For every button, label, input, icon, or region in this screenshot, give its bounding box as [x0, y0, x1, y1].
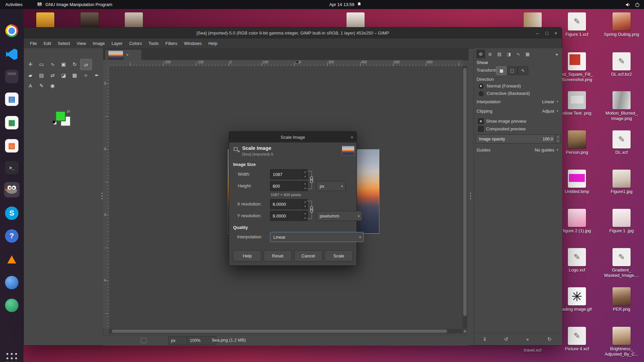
eraser-tool[interactable]: ◪ [58, 70, 69, 80]
dock-item-skype[interactable]: S [4, 205, 19, 221]
show-image-preview-checkbox[interactable]: × [478, 118, 484, 124]
show-applications-button[interactable] [4, 351, 19, 362]
horizontal-scrollbar[interactable] [109, 329, 463, 334]
y-resolution-input[interactable]: 6.0000 ▴▾ [270, 211, 308, 221]
move-tool[interactable]: ✛ [25, 59, 36, 69]
rotate-tool[interactable]: ↻ [69, 59, 80, 69]
window-titlebar[interactable]: [Sea] (imported)-5.0 (RGB color 8-bit ga… [24, 27, 562, 39]
gradient-tool[interactable]: ▤ [36, 70, 47, 80]
menu-colors[interactable]: Colors [126, 39, 145, 48]
dock-item-chrome[interactable] [4, 23, 19, 39]
right-dock-splitter[interactable] [469, 192, 472, 201]
left-dock-splitter[interactable] [101, 192, 103, 201]
flip-tool[interactable]: ⇄ [47, 70, 58, 80]
activities-button[interactable]: Activities [1, 0, 26, 9]
menu-select[interactable]: Select [54, 39, 73, 48]
height-input[interactable]: 600 ▴▾ [270, 181, 308, 191]
desktop-icon[interactable]: Figure1.jpg [601, 170, 642, 194]
dock-item-impress[interactable]: ▧ [4, 138, 19, 154]
dock-item-terminal[interactable]: >_ [4, 160, 19, 175]
x-resolution-input[interactable]: 6.0000 ▴▾ [270, 199, 308, 209]
power-icon[interactable] [635, 0, 640, 9]
menu-layer[interactable]: Layer [108, 39, 126, 48]
help-button[interactable]: Help [233, 250, 261, 261]
menu-windows[interactable]: Windows [180, 39, 205, 48]
desktop-icon[interactable]: Untitled.bmp [557, 170, 597, 194]
scale-button[interactable]: Scale [325, 250, 353, 261]
default-colors-icon[interactable] [53, 121, 55, 123]
dock-item-vlc[interactable] [4, 252, 19, 267]
menu-file[interactable]: File [26, 39, 40, 48]
save-tool-preset-icon[interactable]: ⇓ [480, 335, 489, 343]
menu-help[interactable]: Help [205, 39, 221, 48]
desktop-icon[interactable]: travel.xcf [513, 346, 553, 353]
tab-device-status[interactable]: ≣ [486, 50, 494, 58]
crop-tool[interactable]: ▣ [58, 59, 69, 69]
dock-item-vscode[interactable] [4, 47, 19, 62]
desktop-icon[interactable]: ✎Gradient_ Masked_Image.... [601, 248, 642, 278]
dock-item-calc[interactable]: ▦ [4, 115, 19, 130]
scrollbar-thumb[interactable] [112, 329, 447, 333]
image-opacity-slider[interactable]: Image opacity 100.0 ▴▾ [476, 134, 561, 143]
minimize-button[interactable]: – [533, 29, 542, 37]
close-button[interactable]: × [551, 29, 560, 37]
maximize-button[interactable]: □ [542, 29, 551, 37]
opacity-spinner[interactable]: ▴▾ [555, 135, 560, 143]
restore-tool-preset-icon[interactable]: ↺ [501, 335, 511, 343]
zoom-tool[interactable]: ◉ [47, 80, 58, 91]
shear-tool[interactable]: ▱ [80, 59, 92, 70]
tab-layers[interactable]: ▤ [495, 50, 504, 58]
menu-image[interactable]: Image [89, 39, 108, 48]
desktop-icon[interactable]: figure 2 (1).jpg [557, 209, 597, 234]
menu-tools[interactable]: Tools [145, 39, 162, 48]
width-input[interactable]: 1087 ▴▾ [270, 169, 308, 179]
tab-tool-options[interactable]: ⚙ [476, 50, 485, 58]
reset-button[interactable]: Reset [264, 250, 292, 261]
vertical-scrollbar[interactable] [463, 66, 467, 329]
dock-menu-icon[interactable]: ◂ [553, 50, 559, 58]
tab-close-icon[interactable]: × [126, 53, 128, 57]
direction-normal-radio[interactable] [479, 84, 484, 89]
dock-item-browser[interactable] [4, 275, 19, 290]
focused-app-menu[interactable]: GNU Image Manipulation Program [33, 0, 116, 9]
link-resolution-icon[interactable] [310, 206, 314, 213]
cancel-button[interactable]: Cancel [294, 250, 322, 261]
dock-item-files[interactable] [4, 69, 19, 84]
link-width-height-icon[interactable] [310, 176, 314, 183]
tab-paths[interactable]: ∿ [514, 50, 523, 58]
desktop-icon[interactable]: ed_Square_Fill_ Screenshot.png [557, 52, 597, 82]
desktop-icon[interactable]: Brightness_ Adjusted_By_C... [601, 327, 642, 357]
transform-path-button[interactable]: ✎ [518, 66, 528, 75]
menu-edit[interactable]: Edit [40, 39, 54, 48]
resolution-unit-select[interactable]: pixels/mm [316, 211, 362, 221]
composited-preview-checkbox[interactable]: × [478, 126, 484, 132]
navigation-button[interactable]: ✛ [463, 329, 467, 334]
clone-tool[interactable]: ▦ [69, 70, 80, 80]
desktop-icon[interactable]: ading image.gif [557, 287, 597, 312]
desktop-icon-partial[interactable] [524, 12, 542, 27]
desktop-icon-partial[interactable] [346, 12, 365, 27]
desktop-icon-partial[interactable] [125, 12, 143, 27]
smudge-tool[interactable]: ≈ [80, 70, 91, 80]
dock-item-help[interactable]: ? [4, 228, 19, 244]
scrollbar-thumb[interactable] [463, 68, 467, 316]
tab-histogram[interactable]: ▦ [523, 50, 532, 58]
desktop-icon[interactable]: ✎Logo.xcf [557, 248, 597, 273]
desktop-icon[interactable]: Motion_Blurred_ Image.png [601, 91, 642, 121]
dock-item-writer[interactable]: ▤ [4, 92, 19, 107]
desktop-icon[interactable]: ✎Picture 4.xcf [557, 327, 597, 352]
free-select-tool[interactable]: ∿ [47, 59, 58, 69]
menu-view[interactable]: View [73, 39, 90, 48]
clipping-select[interactable]: Adjust▾ [526, 107, 558, 115]
tab-channels[interactable]: ◨ [504, 50, 513, 58]
size-unit-select[interactable]: px [316, 181, 345, 191]
desktop-icon[interactable]: ✎Figure 1.xcf [557, 12, 597, 37]
reset-tool-options-icon[interactable]: ↻ [545, 335, 554, 343]
dialog-close-icon[interactable]: × [351, 135, 353, 140]
volume-icon[interactable] [625, 0, 631, 9]
direction-corrective-radio[interactable] [479, 91, 484, 96]
dialog-titlebar[interactable]: Scale Image × [229, 132, 357, 142]
clock-menu[interactable]: Apr 14 13:59 [309, 0, 382, 9]
ink-tool[interactable]: ✒ [91, 70, 102, 80]
transform-layer-button[interactable]: ▦ [496, 66, 507, 75]
